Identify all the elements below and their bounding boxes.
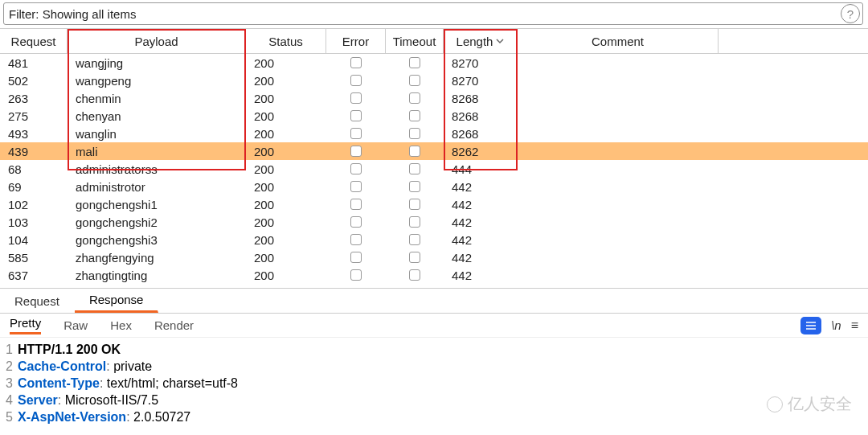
cell-timeout — [386, 110, 444, 121]
checkbox-icon — [409, 110, 420, 121]
checkbox-icon — [350, 92, 362, 104]
cell-request: 69 — [0, 180, 68, 194]
cell-error — [326, 269, 386, 281]
cell-error — [326, 128, 386, 139]
table-row[interactable]: 104gongchengshi3200442 — [0, 231, 868, 248]
equals-icon[interactable]: ≡ — [851, 318, 858, 333]
cell-length: 8270 — [444, 56, 518, 70]
col-request[interactable]: Request — [0, 29, 68, 53]
checkbox-icon — [409, 252, 420, 263]
cell-timeout — [386, 146, 444, 157]
cell-status: 200 — [246, 180, 326, 194]
checkbox-icon — [350, 252, 362, 263]
cell-request: 102 — [0, 198, 68, 211]
cell-length: 8270 — [444, 74, 518, 88]
table-row[interactable]: 102gongchengshi1200442 — [0, 195, 868, 213]
checkbox-icon — [350, 110, 362, 121]
cell-request: 502 — [0, 74, 68, 88]
col-comment[interactable]: Comment — [518, 29, 719, 53]
cell-status: 200 — [246, 92, 326, 105]
checkbox-icon — [409, 163, 420, 174]
checkbox-icon — [350, 269, 362, 281]
table-row[interactable]: 637zhangtingting200442 — [0, 266, 868, 284]
newline-toggle[interactable]: \n — [831, 318, 841, 332]
checkbox-icon — [409, 128, 420, 139]
sort-desc-icon — [496, 37, 504, 45]
response-body[interactable]: 1HTTP/1.1 200 OK2Cache-Control: private3… — [0, 338, 868, 425]
cell-length: 8268 — [444, 127, 518, 141]
checkbox-icon — [350, 181, 362, 192]
cell-length: 442 — [444, 180, 518, 194]
cell-timeout — [386, 181, 444, 192]
table-row[interactable]: 439mali2008262 — [0, 142, 868, 160]
table-row[interactable]: 69administrotor200442 — [0, 178, 868, 195]
actions-button[interactable] — [800, 317, 821, 334]
tab-request[interactable]: Request — [0, 289, 75, 313]
table-row[interactable]: 585zhangfengying200442 — [0, 248, 868, 266]
cell-payload: wangpeng — [68, 74, 246, 88]
checkbox-icon — [409, 216, 420, 228]
cell-status: 200 — [246, 215, 326, 229]
filter-bar[interactable]: Filter: Showing all items ? — [3, 2, 863, 25]
cell-request: 103 — [0, 215, 68, 229]
cell-payload: wangjing — [68, 56, 246, 70]
col-timeout[interactable]: Timeout — [386, 29, 444, 53]
col-status[interactable]: Status — [246, 29, 326, 53]
cell-status: 200 — [246, 269, 326, 282]
cell-request: 439 — [0, 145, 68, 158]
cell-error — [326, 216, 386, 228]
col-length[interactable]: Length — [444, 29, 518, 53]
cell-status: 200 — [246, 198, 326, 211]
checkbox-icon — [409, 234, 420, 245]
cell-error — [326, 163, 386, 174]
cell-status: 200 — [246, 162, 326, 176]
table-row[interactable]: 493wanglin2008268 — [0, 125, 868, 142]
cell-error — [326, 181, 386, 192]
watermark-text: 亿人安全 — [788, 393, 852, 415]
cell-payload: zhangfengying — [68, 251, 246, 265]
tab-raw[interactable]: Raw — [63, 318, 88, 332]
cell-timeout — [386, 234, 444, 245]
cell-length: 442 — [444, 215, 518, 229]
cell-timeout — [386, 199, 444, 210]
cell-timeout — [386, 216, 444, 228]
col-length-label: Length — [457, 35, 493, 48]
cell-status: 200 — [246, 233, 326, 247]
cell-request: 275 — [0, 109, 68, 123]
cell-length: 8268 — [444, 109, 518, 123]
cell-request: 263 — [0, 92, 68, 105]
checkbox-icon — [350, 128, 362, 139]
cell-timeout — [386, 269, 444, 281]
cell-error — [326, 92, 386, 104]
cell-payload: gongchengshi1 — [68, 198, 246, 211]
tab-render[interactable]: Render — [154, 318, 194, 332]
table-body: 481wangjing2008270502wangpeng2008270263c… — [0, 54, 868, 284]
cell-request: 637 — [0, 269, 68, 282]
tab-response[interactable]: Response — [75, 289, 159, 313]
tab-hex[interactable]: Hex — [110, 318, 132, 332]
help-icon[interactable]: ? — [841, 4, 860, 23]
cell-timeout — [386, 128, 444, 139]
table-row[interactable]: 263chenmin2008268 — [0, 89, 868, 107]
watermark: 亿人安全 — [767, 393, 852, 415]
cell-timeout — [386, 57, 444, 68]
table-row[interactable]: 502wangpeng2008270 — [0, 72, 868, 89]
cell-payload: chenyan — [68, 109, 246, 123]
col-error[interactable]: Error — [326, 29, 386, 53]
tab-pretty[interactable]: Pretty — [10, 316, 41, 334]
checkbox-icon — [350, 75, 362, 86]
cell-error — [326, 252, 386, 263]
table-row[interactable]: 275chenyan2008268 — [0, 107, 868, 125]
checkbox-icon — [409, 92, 420, 104]
cell-timeout — [386, 252, 444, 263]
request-response-tabs: Request Response — [0, 288, 868, 314]
table-row[interactable]: 103gongchengshi2200442 — [0, 213, 868, 231]
cell-status: 200 — [246, 127, 326, 141]
cell-error — [326, 110, 386, 121]
checkbox-icon — [409, 199, 420, 210]
col-payload[interactable]: Payload — [68, 29, 246, 53]
table-row[interactable]: 481wangjing2008270 — [0, 54, 868, 72]
cell-request: 104 — [0, 233, 68, 247]
cell-timeout — [386, 92, 444, 104]
table-row[interactable]: 68administratorss200444 — [0, 160, 868, 178]
